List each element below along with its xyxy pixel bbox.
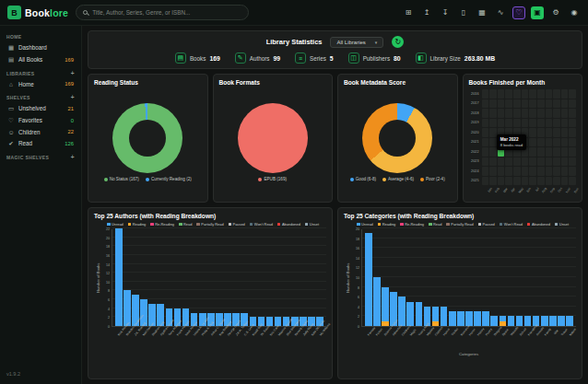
- heatmap-cell[interactable]: [513, 177, 521, 186]
- heatmap-cell[interactable]: [498, 89, 505, 99]
- legend-item-read[interactable]: Read: [179, 222, 192, 227]
- refresh-button[interactable]: ↻: [392, 36, 404, 48]
- heatmap-cell[interactable]: [505, 157, 512, 167]
- heatmap-cell[interactable]: [489, 138, 497, 147]
- heatmap-cell[interactable]: [537, 167, 545, 176]
- legend-item-reading[interactable]: Reading: [378, 222, 396, 227]
- search-input[interactable]: [92, 9, 241, 16]
- heatmap-cell[interactable]: [505, 109, 512, 118]
- heatmap-cell[interactable]: [561, 177, 569, 186]
- book-formats-pie[interactable]: [238, 103, 308, 173]
- heatmap-cell[interactable]: [489, 109, 497, 118]
- heatmap-cell[interactable]: [553, 109, 560, 118]
- bar[interactable]: [115, 228, 123, 326]
- heatmap-cell[interactable]: [498, 177, 505, 186]
- heatmap-cell[interactable]: [505, 99, 512, 109]
- bar[interactable]: [490, 316, 498, 326]
- heatmap-cell[interactable]: [482, 147, 489, 157]
- heatmap-cell[interactable]: [569, 157, 576, 167]
- heatmap-cell[interactable]: [498, 99, 505, 109]
- sidebar-item-children[interactable]: ☺Children22: [5, 126, 76, 137]
- heatmap-cell[interactable]: [553, 138, 560, 147]
- heatmap-cell[interactable]: [537, 128, 545, 137]
- heatmap-cell[interactable]: [529, 89, 536, 99]
- heatmap-cell[interactable]: [561, 89, 569, 99]
- heatmap-cell[interactable]: [569, 109, 576, 118]
- reading-status-pie[interactable]: [112, 103, 182, 173]
- heatmap-cell[interactable]: [561, 157, 569, 167]
- apps-icon[interactable]: ▦: [476, 6, 488, 19]
- heatmap-cell[interactable]: [489, 89, 497, 99]
- heatmap-cell[interactable]: [522, 99, 529, 109]
- heatmap-cell[interactable]: [546, 119, 553, 128]
- heatmap-cell[interactable]: [546, 128, 553, 137]
- heatmap-cell[interactable]: [529, 119, 536, 128]
- heatmap-cell[interactable]: [561, 147, 569, 157]
- bar[interactable]: [474, 311, 481, 326]
- heatmap-cell[interactable]: [482, 119, 489, 128]
- heatmap-cell[interactable]: [482, 128, 489, 137]
- heatmap-cell[interactable]: [482, 89, 489, 99]
- legend-item-read[interactable]: Read: [429, 222, 441, 227]
- bar[interactable]: [449, 311, 456, 326]
- heatmap-cell[interactable]: [505, 177, 512, 186]
- heatmap-cell[interactable]: [482, 157, 489, 167]
- bar[interactable]: [541, 316, 548, 326]
- bar[interactable]: [500, 316, 507, 326]
- heatmap-cell[interactable]: [569, 119, 576, 128]
- heatmap-cell[interactable]: [546, 167, 553, 176]
- favorites-icon[interactable]: ♡: [512, 6, 525, 19]
- bookdrop-icon[interactable]: ▯: [457, 6, 470, 19]
- global-search[interactable]: [76, 5, 249, 20]
- download-icon[interactable]: ↧: [439, 6, 452, 19]
- account-icon[interactable]: ◉: [568, 6, 581, 19]
- legend-item-wont_read[interactable]: Won't Read: [250, 222, 273, 227]
- bar[interactable]: [398, 297, 406, 326]
- heatmap-cell[interactable]: [489, 119, 497, 128]
- heatmap-cell[interactable]: [537, 138, 545, 147]
- legend-item[interactable]: Currently Reading (2): [146, 177, 192, 181]
- heatmap-cell[interactable]: [537, 109, 545, 118]
- heatmap-cell[interactable]: [482, 167, 489, 176]
- heatmap-cell[interactable]: [561, 109, 569, 118]
- bar[interactable]: [365, 233, 372, 326]
- legend-item[interactable]: EPUB (169): [258, 177, 287, 181]
- legend-item-unset[interactable]: Unset: [555, 222, 569, 227]
- heatmap-cell[interactable]: [569, 177, 576, 186]
- heatmap-cell[interactable]: [489, 167, 497, 176]
- legend-item-unset[interactable]: Unset: [305, 222, 319, 227]
- connection-status-icon[interactable]: ▣: [531, 6, 544, 19]
- heatmap-cell[interactable]: [482, 177, 489, 186]
- heatmap-cell[interactable]: [513, 167, 521, 176]
- heatmap-cell[interactable]: [569, 128, 576, 137]
- heatmap-cell[interactable]: [569, 89, 576, 99]
- library-select[interactable]: All Libraries ▾: [330, 37, 383, 48]
- heatmap-cell[interactable]: [513, 157, 521, 167]
- heatmap-cell[interactable]: [537, 119, 545, 128]
- heatmap-cell[interactable]: [537, 177, 545, 186]
- bar[interactable]: [382, 287, 389, 326]
- heatmap-cell[interactable]: [569, 147, 576, 157]
- legend-item-partially_read[interactable]: Partially Read: [196, 222, 223, 227]
- heatmap-cell[interactable]: [498, 109, 505, 118]
- legend-item-partially_read[interactable]: Partially Read: [446, 222, 473, 227]
- legend-item-paused[interactable]: Paused: [229, 222, 245, 227]
- legend-item-abandoned[interactable]: Abandoned: [277, 222, 300, 227]
- heatmap-cell[interactable]: [553, 128, 560, 137]
- heatmap-cell[interactable]: [529, 157, 536, 167]
- heatmap-cell[interactable]: [498, 157, 505, 167]
- heatmap-cell[interactable]: [498, 119, 505, 128]
- legend-item-re_reading[interactable]: Re-Reading: [150, 222, 174, 227]
- add-icon[interactable]: +: [71, 94, 75, 100]
- bar[interactable]: [457, 311, 465, 326]
- legend-item-paused[interactable]: Paused: [478, 222, 495, 227]
- heatmap-cell[interactable]: [513, 89, 521, 99]
- heatmap-cell[interactable]: [546, 177, 553, 186]
- bar[interactable]: [566, 316, 573, 326]
- legend-item[interactable]: No Status (167): [104, 177, 139, 181]
- bar[interactable]: [416, 302, 423, 327]
- heatmap-cell[interactable]: [522, 177, 529, 186]
- heatmap-cell[interactable]: [489, 147, 497, 157]
- heatmap-cell[interactable]: [489, 128, 497, 137]
- heatmap-cell[interactable]: [505, 119, 512, 128]
